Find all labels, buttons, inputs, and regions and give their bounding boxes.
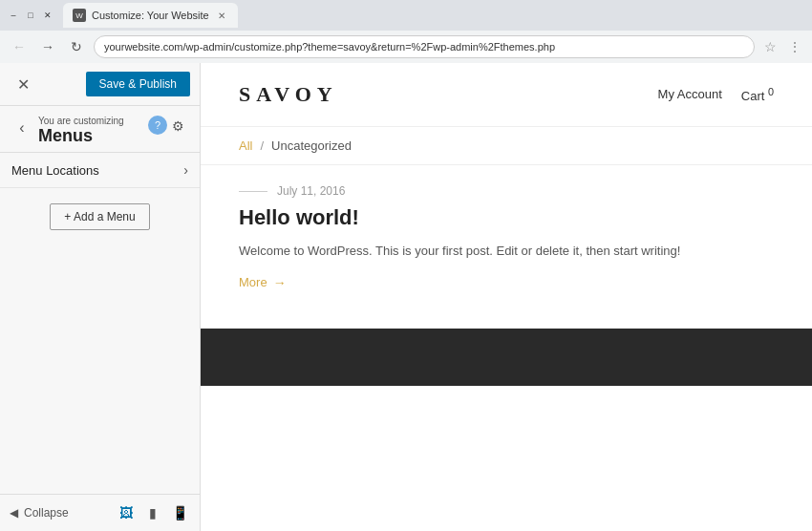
url-text: yourwebsite.com/wp-admin/customize.php?t… bbox=[104, 41, 555, 53]
preview-area: SAVOY My Account Cart 0 All / Uncategori… bbox=[201, 63, 812, 531]
collapse-button[interactable]: ◀ Collapse bbox=[10, 506, 69, 520]
customizer-help-button[interactable]: ? bbox=[148, 116, 167, 135]
browser-chrome: – □ ✕ W Customize: Your Website ✕ ← → ↻ … bbox=[0, 0, 812, 63]
customizer-back-button[interactable]: ‹ bbox=[11, 117, 32, 138]
customizer-content: ‹ You are customizing Menus ? ⚙ Menu Loc… bbox=[0, 106, 200, 494]
read-more-arrow-icon: → bbox=[273, 275, 287, 290]
forward-button[interactable]: → bbox=[36, 35, 59, 58]
post-title: Hello world! bbox=[239, 205, 774, 230]
post-meta-line bbox=[239, 191, 267, 192]
browser-titlebar: – □ ✕ W Customize: Your Website ✕ bbox=[0, 0, 812, 31]
breadcrumb-separator: / bbox=[260, 138, 264, 153]
refresh-button[interactable]: ↻ bbox=[65, 35, 88, 58]
blog-content: July 11, 2016 Hello world! Welcome to Wo… bbox=[201, 165, 812, 309]
add-menu-button[interactable]: + Add a Menu bbox=[50, 203, 149, 230]
address-bar[interactable]: yourwebsite.com/wp-admin/customize.php?t… bbox=[94, 35, 755, 58]
device-buttons: 🖼 ▮ 📱 bbox=[116, 502, 190, 523]
cart-link[interactable]: Cart 0 bbox=[741, 86, 774, 103]
customizer-topbar: ✕ Save & Publish bbox=[0, 63, 200, 106]
breadcrumb: All / Uncategorized bbox=[201, 127, 812, 165]
customizer-section-title: Menus bbox=[38, 126, 144, 146]
customizer-settings-icon[interactable]: ⚙ bbox=[167, 116, 188, 137]
customizing-label: You are customizing bbox=[38, 116, 144, 126]
close-button[interactable]: ✕ bbox=[42, 10, 53, 21]
customizer-header: ‹ You are customizing Menus ? ⚙ bbox=[0, 106, 200, 153]
minimize-button[interactable]: – bbox=[8, 10, 19, 21]
customizer-title-area: You are customizing Menus bbox=[38, 116, 144, 146]
tablet-view-button[interactable]: ▮ bbox=[142, 502, 163, 523]
post-date: July 11, 2016 bbox=[277, 184, 345, 198]
menu-locations-chevron-icon: › bbox=[183, 162, 188, 178]
back-button[interactable]: ← bbox=[8, 35, 31, 58]
bookmark-button[interactable]: ☆ bbox=[760, 37, 780, 56]
customizer-sidebar: ✕ Save & Publish ‹ You are customizing M… bbox=[0, 63, 201, 531]
read-more-link[interactable]: More → bbox=[239, 275, 774, 290]
desktop-view-button[interactable]: 🖼 bbox=[116, 502, 137, 523]
menu-locations-label: Menu Locations bbox=[11, 163, 99, 178]
customizer-close-button[interactable]: ✕ bbox=[10, 71, 36, 97]
tab-close-button[interactable]: ✕ bbox=[215, 9, 228, 22]
breadcrumb-current: Uncategorized bbox=[271, 138, 352, 153]
site-header: SAVOY My Account Cart 0 bbox=[201, 63, 812, 127]
maximize-button[interactable]: □ bbox=[25, 10, 36, 21]
post-meta: July 11, 2016 bbox=[239, 184, 774, 198]
tab-title: Customize: Your Website bbox=[92, 10, 209, 21]
cart-count: 0 bbox=[768, 86, 774, 97]
save-publish-button[interactable]: Save & Publish bbox=[86, 72, 190, 96]
breadcrumb-all-link[interactable]: All bbox=[239, 138, 252, 153]
browser-navbar: ← → ↻ yourwebsite.com/wp-admin/customize… bbox=[0, 31, 812, 63]
tab-favicon: W bbox=[73, 9, 86, 22]
site-footer bbox=[201, 329, 812, 386]
site-logo: SAVOY bbox=[239, 82, 338, 107]
site-nav: My Account Cart 0 bbox=[658, 86, 774, 103]
read-more-label: More bbox=[239, 275, 267, 289]
post-excerpt: Welcome to WordPress. This is your first… bbox=[239, 242, 774, 262]
browser-menu-button[interactable]: ⋮ bbox=[785, 37, 804, 56]
my-account-link[interactable]: My Account bbox=[658, 87, 722, 101]
collapse-icon: ◀ bbox=[10, 506, 18, 520]
window-controls: – □ ✕ bbox=[8, 10, 53, 21]
collapse-label: Collapse bbox=[24, 506, 69, 520]
mobile-view-button[interactable]: 📱 bbox=[169, 502, 190, 523]
main-layout: ✕ Save & Publish ‹ You are customizing M… bbox=[0, 63, 812, 531]
menu-locations-row[interactable]: Menu Locations › bbox=[0, 153, 200, 188]
cart-label: Cart bbox=[741, 89, 765, 103]
customizer-footer: ◀ Collapse 🖼 ▮ 📱 bbox=[0, 494, 200, 531]
browser-tab[interactable]: W Customize: Your Website ✕ bbox=[63, 3, 238, 28]
